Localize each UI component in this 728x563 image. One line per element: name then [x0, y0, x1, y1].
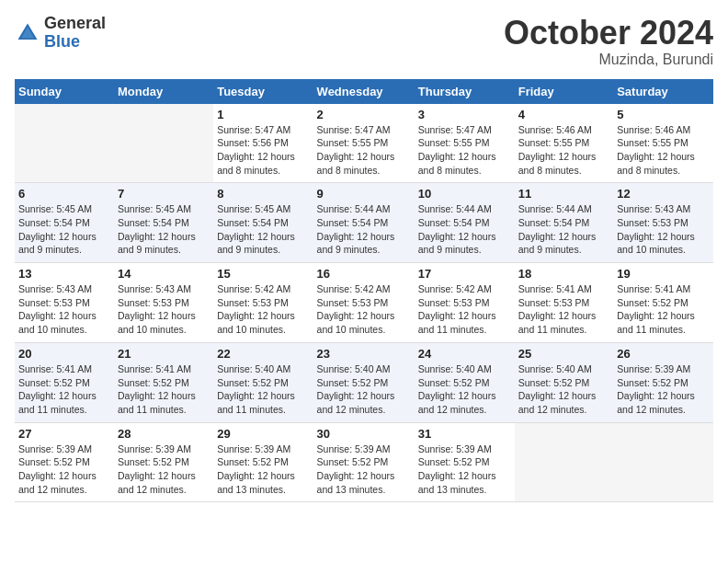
calendar-cell: 17Sunrise: 5:42 AM Sunset: 5:53 PM Dayli…	[415, 263, 515, 343]
day-info: Sunrise: 5:47 AM Sunset: 5:56 PM Dayligh…	[217, 123, 309, 178]
day-number: 5	[617, 108, 710, 121]
calendar-table: SundayMondayTuesdayWednesdayThursdayFrid…	[15, 79, 713, 503]
day-info: Sunrise: 5:39 AM Sunset: 5:52 PM Dayligh…	[217, 442, 309, 497]
day-info: Sunrise: 5:42 AM Sunset: 5:53 PM Dayligh…	[217, 282, 309, 337]
calendar-cell: 2Sunrise: 5:47 AM Sunset: 5:55 PM Daylig…	[313, 104, 415, 183]
day-info: Sunrise: 5:41 AM Sunset: 5:52 PM Dayligh…	[617, 282, 710, 337]
day-info: Sunrise: 5:46 AM Sunset: 5:55 PM Dayligh…	[518, 123, 609, 178]
day-info: Sunrise: 5:47 AM Sunset: 5:55 PM Dayligh…	[418, 123, 511, 178]
calendar-cell: 20Sunrise: 5:41 AM Sunset: 5:52 PM Dayli…	[15, 342, 114, 422]
calendar-cell: 18Sunrise: 5:41 AM Sunset: 5:53 PM Dayli…	[515, 263, 613, 343]
calendar-header-row: SundayMondayTuesdayWednesdayThursdayFrid…	[15, 79, 713, 104]
day-number: 9	[317, 187, 411, 201]
day-number: 1	[217, 108, 309, 121]
day-info: Sunrise: 5:44 AM Sunset: 5:54 PM Dayligh…	[518, 202, 609, 257]
calendar-cell: 4Sunrise: 5:46 AM Sunset: 5:55 PM Daylig…	[515, 104, 613, 183]
day-number: 23	[317, 347, 411, 361]
day-info: Sunrise: 5:39 AM Sunset: 5:52 PM Dayligh…	[118, 442, 210, 497]
calendar-week-row: 27Sunrise: 5:39 AM Sunset: 5:52 PM Dayli…	[15, 422, 713, 502]
logo-general-text: General	[44, 15, 106, 33]
day-number: 3	[418, 108, 511, 121]
calendar-week-row: 20Sunrise: 5:41 AM Sunset: 5:52 PM Dayli…	[15, 342, 713, 422]
day-number: 15	[217, 267, 309, 281]
day-number: 27	[18, 427, 110, 441]
calendar-cell: 14Sunrise: 5:43 AM Sunset: 5:53 PM Dayli…	[114, 263, 213, 343]
day-of-week-header: Friday	[515, 79, 613, 104]
day-info: Sunrise: 5:44 AM Sunset: 5:54 PM Dayligh…	[317, 202, 411, 257]
day-info: Sunrise: 5:43 AM Sunset: 5:53 PM Dayligh…	[18, 282, 110, 337]
day-number: 29	[217, 427, 309, 441]
day-info: Sunrise: 5:45 AM Sunset: 5:54 PM Dayligh…	[18, 202, 110, 257]
day-info: Sunrise: 5:44 AM Sunset: 5:54 PM Dayligh…	[418, 202, 511, 257]
day-number: 22	[217, 347, 309, 361]
calendar-cell: 25Sunrise: 5:40 AM Sunset: 5:52 PM Dayli…	[515, 342, 613, 422]
calendar-cell: 23Sunrise: 5:40 AM Sunset: 5:52 PM Dayli…	[313, 342, 415, 422]
logo-text: General Blue	[44, 15, 106, 52]
calendar-cell: 9Sunrise: 5:44 AM Sunset: 5:54 PM Daylig…	[313, 183, 415, 263]
logo-icon	[15, 20, 40, 46]
location: Muzinda, Burundi	[504, 52, 713, 68]
day-info: Sunrise: 5:39 AM Sunset: 5:52 PM Dayligh…	[617, 362, 710, 417]
day-of-week-header: Saturday	[613, 79, 713, 104]
day-info: Sunrise: 5:42 AM Sunset: 5:53 PM Dayligh…	[418, 282, 511, 337]
day-info: Sunrise: 5:40 AM Sunset: 5:52 PM Dayligh…	[217, 362, 309, 417]
calendar-cell: 28Sunrise: 5:39 AM Sunset: 5:52 PM Dayli…	[114, 422, 213, 502]
calendar-week-row: 13Sunrise: 5:43 AM Sunset: 5:53 PM Dayli…	[15, 263, 713, 343]
day-info: Sunrise: 5:39 AM Sunset: 5:52 PM Dayligh…	[317, 442, 411, 497]
calendar-cell: 19Sunrise: 5:41 AM Sunset: 5:52 PM Dayli…	[613, 263, 713, 343]
day-info: Sunrise: 5:40 AM Sunset: 5:52 PM Dayligh…	[518, 362, 609, 417]
calendar-cell: 12Sunrise: 5:43 AM Sunset: 5:53 PM Dayli…	[613, 183, 713, 263]
calendar-cell: 6Sunrise: 5:45 AM Sunset: 5:54 PM Daylig…	[15, 183, 114, 263]
month-title: October 2024	[504, 15, 713, 52]
day-info: Sunrise: 5:45 AM Sunset: 5:54 PM Dayligh…	[118, 202, 210, 257]
day-number: 21	[118, 347, 210, 361]
day-info: Sunrise: 5:46 AM Sunset: 5:55 PM Dayligh…	[617, 123, 710, 178]
day-number: 24	[418, 347, 511, 361]
day-of-week-header: Sunday	[15, 79, 114, 104]
page-header: General Blue October 2024 Muzinda, Burun…	[15, 15, 713, 68]
calendar-cell	[114, 104, 213, 183]
day-info: Sunrise: 5:40 AM Sunset: 5:52 PM Dayligh…	[418, 362, 511, 417]
day-number: 7	[118, 187, 210, 201]
calendar-cell: 21Sunrise: 5:41 AM Sunset: 5:52 PM Dayli…	[114, 342, 213, 422]
day-number: 12	[617, 187, 710, 201]
day-info: Sunrise: 5:39 AM Sunset: 5:52 PM Dayligh…	[418, 442, 511, 497]
day-info: Sunrise: 5:41 AM Sunset: 5:53 PM Dayligh…	[518, 282, 609, 337]
calendar-cell: 8Sunrise: 5:45 AM Sunset: 5:54 PM Daylig…	[213, 183, 313, 263]
calendar-cell: 27Sunrise: 5:39 AM Sunset: 5:52 PM Dayli…	[15, 422, 114, 502]
logo: General Blue	[15, 15, 106, 52]
day-info: Sunrise: 5:42 AM Sunset: 5:53 PM Dayligh…	[317, 282, 411, 337]
calendar-cell	[613, 422, 713, 502]
day-number: 25	[518, 347, 609, 361]
day-number: 28	[118, 427, 210, 441]
day-info: Sunrise: 5:41 AM Sunset: 5:52 PM Dayligh…	[18, 362, 110, 417]
day-number: 16	[317, 267, 411, 281]
day-info: Sunrise: 5:40 AM Sunset: 5:52 PM Dayligh…	[317, 362, 411, 417]
day-number: 18	[518, 267, 609, 281]
calendar-cell: 29Sunrise: 5:39 AM Sunset: 5:52 PM Dayli…	[213, 422, 313, 502]
day-of-week-header: Thursday	[415, 79, 515, 104]
logo-blue-text: Blue	[44, 33, 106, 52]
day-info: Sunrise: 5:41 AM Sunset: 5:52 PM Dayligh…	[118, 362, 210, 417]
calendar-cell: 16Sunrise: 5:42 AM Sunset: 5:53 PM Dayli…	[313, 263, 415, 343]
day-info: Sunrise: 5:43 AM Sunset: 5:53 PM Dayligh…	[118, 282, 210, 337]
day-number: 14	[118, 267, 210, 281]
day-number: 20	[18, 347, 110, 361]
calendar-cell: 15Sunrise: 5:42 AM Sunset: 5:53 PM Dayli…	[213, 263, 313, 343]
calendar-cell: 26Sunrise: 5:39 AM Sunset: 5:52 PM Dayli…	[613, 342, 713, 422]
calendar-cell: 10Sunrise: 5:44 AM Sunset: 5:54 PM Dayli…	[415, 183, 515, 263]
calendar-week-row: 6Sunrise: 5:45 AM Sunset: 5:54 PM Daylig…	[15, 183, 713, 263]
day-number: 2	[317, 108, 411, 121]
day-number: 30	[317, 427, 411, 441]
day-of-week-header: Wednesday	[313, 79, 415, 104]
day-info: Sunrise: 5:45 AM Sunset: 5:54 PM Dayligh…	[217, 202, 309, 257]
day-number: 6	[18, 187, 110, 201]
day-number: 19	[617, 267, 710, 281]
calendar-cell: 30Sunrise: 5:39 AM Sunset: 5:52 PM Dayli…	[313, 422, 415, 502]
calendar-cell	[15, 104, 114, 183]
calendar-cell: 22Sunrise: 5:40 AM Sunset: 5:52 PM Dayli…	[213, 342, 313, 422]
day-info: Sunrise: 5:39 AM Sunset: 5:52 PM Dayligh…	[18, 442, 110, 497]
day-number: 13	[18, 267, 110, 281]
day-info: Sunrise: 5:43 AM Sunset: 5:53 PM Dayligh…	[617, 202, 710, 257]
day-number: 26	[617, 347, 710, 361]
